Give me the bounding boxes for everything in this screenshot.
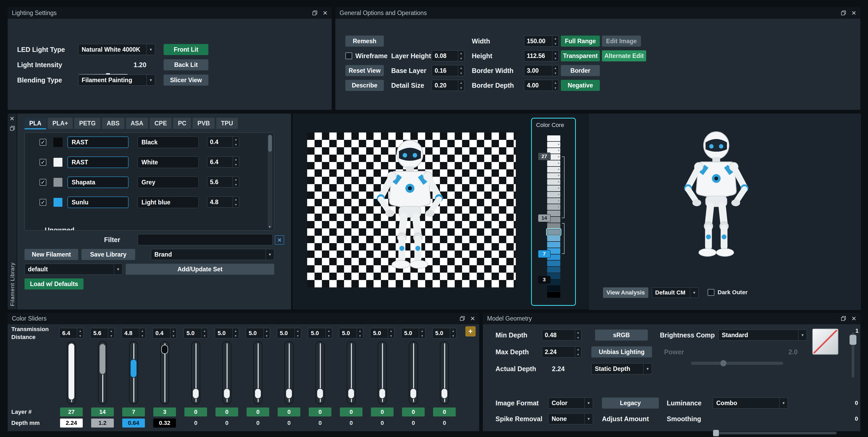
filament-library-side-title[interactable]: Filament Library (9, 262, 16, 306)
close-panel-icon[interactable]: × (323, 9, 328, 17)
transmission-distance-spinbox[interactable]: 5.0▲▼ (339, 328, 363, 339)
filament-td-spinbox[interactable]: 6.4▲▼ (207, 156, 239, 167)
spin-arrows[interactable]: ▲▼ (108, 328, 114, 338)
color-depth-slider[interactable] (253, 341, 262, 404)
no-image-thumbnail-button[interactable] (812, 329, 838, 355)
min-depth-spinbox[interactable]: 0.48 ▲▼ (542, 330, 581, 341)
float-panel-icon[interactable] (10, 126, 15, 131)
slider-handle[interactable] (410, 388, 417, 399)
layer-marker-badge[interactable]: 27 (538, 153, 550, 160)
model-3d-view[interactable]: View Analysis Default CM ▼ Dark Outer (588, 114, 861, 310)
core-layer-segment[interactable]: + (547, 198, 560, 204)
filament-tab-asa[interactable]: ASA (126, 118, 148, 129)
srgb-button[interactable]: sRGB (595, 330, 648, 341)
spin-arrows[interactable]: ▲▼ (419, 328, 425, 338)
filament-tab-abs[interactable]: ABS (102, 118, 124, 129)
spin-arrows[interactable]: ▲▼ (77, 328, 83, 338)
back-lit-button[interactable]: Back Lit (163, 59, 208, 70)
transmission-distance-spinbox[interactable]: 5.0▲▼ (432, 328, 457, 339)
describe-button[interactable]: Describe (345, 80, 384, 91)
color-depth-slider[interactable] (284, 341, 293, 404)
core-layer-segment[interactable]: + (547, 167, 560, 173)
color-depth-slider[interactable] (222, 341, 231, 404)
float-panel-icon[interactable] (312, 10, 317, 15)
transmission-distance-spinbox[interactable]: 5.0▲▼ (184, 328, 208, 339)
core-layer-segment[interactable] (547, 223, 560, 229)
filament-tab-pc[interactable]: PC (173, 118, 191, 129)
scrollbar-thumb[interactable] (268, 135, 272, 152)
general-options-titlebar[interactable]: General Options and Operations × (335, 7, 860, 19)
filament-brand-input[interactable]: RAST (67, 136, 129, 148)
led-light-type-dropdown[interactable]: Natural White 4000K ▼ (78, 44, 155, 55)
filament-brand-input[interactable]: RAST (67, 156, 129, 168)
filament-tab-petg[interactable]: PETG (74, 118, 100, 129)
add-update-set-button[interactable]: Add/Update Set (126, 264, 274, 275)
layer-marker-badge[interactable]: 7 (538, 250, 550, 258)
add-slider-button[interactable]: + (465, 326, 475, 336)
filament-color-swatch[interactable] (53, 197, 63, 207)
core-layer-segment[interactable]: + (547, 179, 560, 185)
core-layer-segment[interactable] (547, 229, 560, 235)
smoothing-slider[interactable] (713, 432, 837, 434)
new-filament-button[interactable]: New Filament (25, 249, 78, 260)
close-panel-icon[interactable]: × (10, 115, 14, 123)
spin-arrows[interactable]: ▲▼ (264, 328, 270, 338)
image-format-dropdown[interactable]: Color ▼ (548, 398, 593, 409)
color-depth-slider[interactable] (160, 341, 169, 404)
transmission-distance-spinbox[interactable]: 5.0▲▼ (401, 328, 426, 339)
colormap-dropdown[interactable]: Default CM ▼ (652, 287, 699, 298)
spin-arrows[interactable]: ▲▼ (575, 330, 581, 340)
remesh-button[interactable]: Remesh (345, 36, 384, 46)
spin-arrows[interactable]: ▲▼ (139, 328, 146, 338)
slider-handle[interactable] (161, 345, 168, 354)
border-width-spinbox[interactable]: 3.00 ▲▼ (524, 65, 559, 76)
height-spinbox[interactable]: 112.56 ▲▼ (524, 50, 559, 61)
load-defaults-button[interactable]: Load w/ Defaults (25, 278, 84, 289)
spin-arrows[interactable]: ▲▼ (232, 137, 239, 147)
filament-tab-pvb[interactable]: PVB (192, 118, 214, 129)
slider-handle[interactable] (441, 388, 448, 399)
slider-handle[interactable] (223, 388, 230, 399)
spin-arrows[interactable]: ▲▼ (552, 80, 558, 91)
spin-arrows[interactable]: ▲▼ (450, 328, 456, 338)
transmission-distance-spinbox[interactable]: 4.8▲▼ (121, 328, 146, 339)
core-layer-segment[interactable]: + (547, 160, 560, 166)
core-layer-segment[interactable]: + (547, 173, 560, 179)
filament-color-swatch[interactable] (53, 178, 63, 187)
filament-enabled-checkbox[interactable]: ✓ (39, 179, 46, 186)
legacy-button[interactable]: Legacy (602, 398, 659, 409)
spin-arrows[interactable]: ▲▼ (357, 328, 363, 338)
filament-td-spinbox[interactable]: 5.6▲▼ (207, 177, 239, 188)
transmission-distance-spinbox[interactable]: 5.0▲▼ (246, 328, 270, 339)
smoothing-slider-handle[interactable] (713, 430, 719, 436)
layer-marker-badge[interactable]: 14 (538, 214, 550, 222)
transmission-distance-spinbox[interactable]: 5.0▲▼ (308, 328, 332, 339)
core-layer-segment[interactable]: + (547, 142, 560, 148)
filament-tab-pla[interactable]: PLA (25, 118, 46, 129)
core-layer-segment[interactable] (547, 242, 560, 248)
slider-handle[interactable] (68, 343, 75, 400)
filament-name-input[interactable]: White (137, 156, 198, 168)
filament-brand-input[interactable]: Sunlu (67, 196, 129, 208)
front-lit-button[interactable]: Front Lit (163, 44, 208, 55)
transmission-distance-spinbox[interactable]: 5.6▲▼ (90, 328, 115, 339)
spin-arrows[interactable]: ▲▼ (458, 65, 464, 76)
spin-arrows[interactable]: ▲▼ (575, 347, 581, 357)
border-button[interactable]: Border (561, 65, 600, 76)
core-layer-segment[interactable] (547, 267, 560, 273)
transmission-distance-spinbox[interactable]: 5.0▲▼ (277, 328, 301, 339)
luminance-dropdown[interactable]: Combo ▼ (713, 398, 788, 409)
width-spinbox[interactable]: 150.00 ▲▼ (524, 36, 559, 46)
filament-list-scrollbar[interactable]: ▼ (268, 134, 272, 229)
transmission-distance-spinbox[interactable]: 0.4▲▼ (153, 328, 177, 339)
spin-arrows[interactable]: ▲▼ (552, 51, 558, 61)
close-panel-icon[interactable]: × (851, 314, 856, 322)
filament-td-spinbox[interactable]: 0.4▲▼ (207, 136, 239, 148)
base-layer-spinbox[interactable]: 0.16 ▲▼ (432, 65, 464, 76)
blending-type-dropdown[interactable]: Filament Painting ▼ (78, 74, 155, 86)
color-depth-slider[interactable] (191, 341, 200, 404)
slider-handle[interactable] (99, 343, 106, 375)
color-depth-slider[interactable] (67, 341, 76, 404)
filter-input[interactable] (138, 234, 273, 245)
spin-arrows[interactable]: ▲▼ (232, 157, 239, 167)
